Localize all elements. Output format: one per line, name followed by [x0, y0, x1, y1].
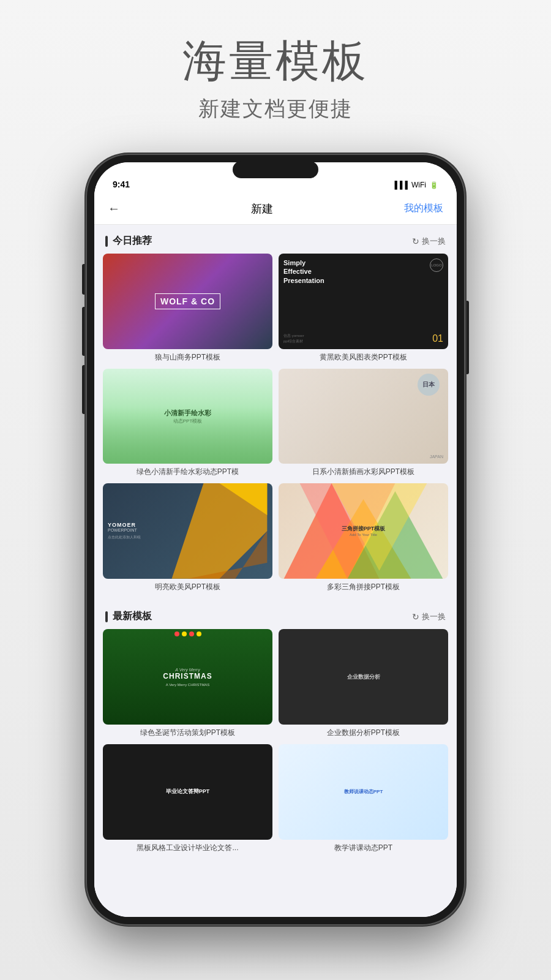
christmas-ball-red2 [189, 631, 194, 636]
template-item-yomoer[interactable]: YOMOER POWERPOINT 点击此处添加人和组 明亮欧美风PPT模板 [103, 483, 272, 592]
status-time: 9:41 [113, 179, 130, 189]
graduation-title-text: 毕业论文答辩PPT [166, 788, 210, 796]
watercolor-sub-text: 动态PPT模板 [164, 418, 211, 424]
latest-grid: A Very Merry CHRISTMAS A Very Merry CHRI… [94, 629, 457, 853]
simply-content: SimplyEffectivePresentation LOGO [283, 258, 443, 285]
template-label-graduation: 黑板风格工业设计毕业论文答... [103, 843, 272, 853]
latest-title: 最新模板 [113, 610, 152, 623]
template-label-simply-effective: 黄黑欧美风图表类PPT模板 [279, 353, 448, 363]
today-recommend-title: 今日推荐 [113, 235, 152, 247]
page-header: 海量模板 新建文档更便捷 [182, 37, 369, 123]
template-item-simply-effective[interactable]: SimplyEffectivePresentation LOGO 信息·yomo… [279, 254, 448, 362]
latest-refresh-button[interactable]: ↻ 换一换 [412, 611, 446, 622]
enterprise-title-text: 企业数据分析 [347, 673, 380, 681]
today-recommend-refresh-button[interactable]: ↻ 换一换 [412, 236, 446, 247]
christmas-ball-yellow2 [197, 631, 201, 636]
template-item-japan[interactable]: 日本 JAPAN 日系小清新插画水彩风PPT模板 [279, 369, 448, 477]
template-label-watercolor-green: 绿色小清新手绘水彩动态PPT模 [103, 467, 272, 477]
latest-section-header: 最新模板 ↻ 换一换 [94, 600, 457, 629]
template-label-teacher: 教学讲课动态PPT [279, 843, 448, 853]
christmas-ball-yellow [182, 631, 187, 636]
template-item-wolf-co[interactable]: WOLF & CO 狼与山商务PPT模板 [103, 254, 272, 362]
christmas-decoration [103, 631, 272, 636]
triangle-sub-text: Add To Your Title [342, 533, 386, 537]
yomoer-sub-text: POWERPOINT [108, 528, 268, 532]
template-label-triangle: 多彩三角拼接PPT模板 [279, 582, 448, 592]
latest-section-bar-icon [105, 611, 108, 622]
watercolor-main-text: 小清新手绘水彩 [164, 409, 211, 418]
wifi-icon: WiFi [411, 181, 426, 189]
refresh-icon: ↻ [412, 236, 419, 246]
template-item-enterprise[interactable]: 企业数据分析 企业数据分析PPT模板 [279, 629, 448, 737]
teacher-title-text: 教师说课动态PPT [344, 788, 383, 795]
triangle-main-text: 三角拼接PPT模板 [342, 525, 386, 533]
christmas-subtitle-text: A Very Merry CHRISTMAS [163, 683, 212, 687]
yomoer-brand-text: YOMOER [108, 522, 268, 528]
section-gap [94, 592, 457, 600]
latest-title-wrap: 最新模板 [105, 610, 152, 623]
template-item-christmas[interactable]: A Very Merry CHRISTMAS A Very Merry CHRI… [103, 629, 272, 737]
back-button[interactable]: ← [108, 202, 120, 216]
christmas-title-text: CHRISTMAS [163, 672, 212, 680]
template-label-christmas: 绿色圣诞节活动策划PPT模板 [103, 728, 272, 738]
template-label-japan: 日系小清新插画水彩风PPT模板 [279, 467, 448, 477]
template-thumb-graduation: 毕业论文答辩PPT [103, 744, 272, 840]
simply-bottom: 信息·yomoerppt综合素材 01 [283, 333, 443, 344]
simply-number: 01 [432, 333, 443, 344]
christmas-sub-line: A Very Merry [163, 668, 212, 672]
triangle-text: 三角拼接PPT模板 Add To Your Title [342, 525, 386, 537]
my-templates-button[interactable]: 我的模板 [404, 202, 443, 215]
template-item-teacher[interactable]: 教师说课动态PPT 教学讲课动态PPT [279, 744, 448, 853]
christmas-ball-red [174, 631, 179, 636]
today-recommend-section-header: 今日推荐 ↻ 换一换 [94, 225, 457, 254]
today-recommend-grid: WOLF & CO 狼与山商务PPT模板 SimplyEffectivePres… [94, 254, 457, 592]
latest-action-label: 换一换 [422, 611, 446, 622]
enterprise-text: 企业数据分析 [347, 673, 380, 681]
signal-icon: ▐▐▐ [392, 181, 408, 189]
japan-label-text: JAPAN [430, 454, 443, 459]
latest-refresh-icon: ↻ [412, 612, 419, 622]
simply-small-text: 信息·yomoerppt综合素材 [283, 333, 304, 344]
status-icons: ▐▐▐ WiFi 🔋 [392, 181, 438, 189]
template-thumb-yomoer: YOMOER POWERPOINT 点击此处添加人和组 [103, 483, 272, 579]
japan-circle-decoration: 日本 [418, 374, 440, 396]
section-bar-icon [105, 236, 108, 247]
phone-frame: 9:41 ▐▐▐ WiFi 🔋 ← 新建 我的模板 [86, 154, 465, 925]
phone-mockup: 9:41 ▐▐▐ WiFi 🔋 ← 新建 我的模板 [86, 154, 465, 925]
template-thumb-enterprise: 企业数据分析 [279, 629, 448, 725]
template-thumb-christmas: A Very Merry CHRISTMAS A Very Merry CHRI… [103, 629, 272, 725]
page-title-sub: 新建文档更便捷 [182, 95, 369, 123]
today-recommend-action-label: 换一换 [422, 236, 446, 247]
template-label-wolf-co: 狼与山商务PPT模板 [103, 353, 272, 363]
template-thumb-japan: 日本 JAPAN [279, 369, 448, 464]
template-thumb-wolf-co: WOLF & CO [103, 254, 272, 349]
nav-title: 新建 [251, 202, 273, 216]
phone-power-button [465, 301, 469, 374]
nav-bar: ← 新建 我的模板 [94, 193, 457, 225]
yomoer-text-block: YOMOER POWERPOINT 点击此处添加人和组 [108, 522, 268, 540]
simply-logo: LOGO [430, 258, 443, 272]
template-label-yomoer: 明亮欧美风PPT模板 [103, 582, 272, 592]
yomoer-tagline: 点击此处添加人和组 [108, 535, 268, 540]
phone-notch [233, 161, 318, 178]
template-thumb-simply-effective: SimplyEffectivePresentation LOGO 信息·yomo… [279, 254, 448, 349]
template-item-triangle[interactable]: 三角拼接PPT模板 Add To Your Title 多彩三角拼接PPT模板 [279, 483, 448, 592]
template-item-graduation[interactable]: 毕业论文答辩PPT 黑板风格工业设计毕业论文答... [103, 744, 272, 853]
wolf-co-text: WOLF & CO [155, 293, 220, 309]
today-recommend-title-wrap: 今日推荐 [105, 235, 152, 247]
watercolor-text-center: 小清新手绘水彩 动态PPT模板 [164, 409, 211, 424]
app-content: 9:41 ▐▐▐ WiFi 🔋 ← 新建 我的模板 [94, 162, 457, 917]
template-item-watercolor-green[interactable]: 小清新手绘水彩 动态PPT模板 绿色小清新手绘水彩动态PPT模 [103, 369, 272, 477]
phone-screen: 9:41 ▐▐▐ WiFi 🔋 ← 新建 我的模板 [94, 162, 457, 917]
simply-title-text: SimplyEffectivePresentation [283, 258, 324, 285]
japan-kanji-text: 日本 [422, 380, 435, 389]
template-thumb-triangle: 三角拼接PPT模板 Add To Your Title [279, 483, 448, 579]
page-title-main: 海量模板 [182, 37, 369, 85]
template-label-enterprise: 企业数据分析PPT模板 [279, 728, 448, 738]
battery-icon: 🔋 [430, 181, 438, 189]
template-scroll-area[interactable]: 今日推荐 ↻ 换一换 WOLF & CO [94, 225, 457, 917]
template-thumb-teacher: 教师说课动态PPT [279, 744, 448, 840]
template-thumb-watercolor-green: 小清新手绘水彩 动态PPT模板 [103, 369, 272, 464]
christmas-text-block: A Very Merry CHRISTMAS A Very Merry CHRI… [163, 668, 212, 687]
